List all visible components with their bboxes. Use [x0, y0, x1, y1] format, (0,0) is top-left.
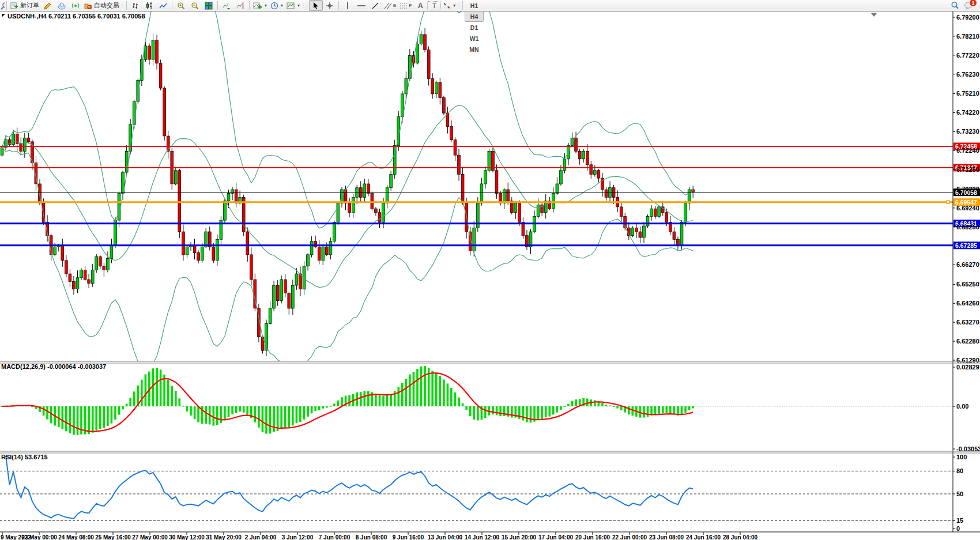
candlestick	[307, 255, 310, 266]
candlestick	[382, 203, 385, 222]
price-tick-label: 6.77220	[956, 52, 979, 59]
price-tick-label: 6.79200	[956, 14, 979, 21]
auto-scroll-button[interactable]	[220, 0, 233, 11]
macd-label: MACD(12,26,9) -0.000064 -0.003037	[1, 363, 106, 370]
candlestick	[329, 241, 332, 255]
candlestick	[88, 280, 91, 284]
candlestick	[299, 274, 302, 289]
rsi-tick-label: 100	[956, 454, 967, 460]
macd-histogram-bar	[228, 406, 230, 417]
vertical-line-button[interactable]	[341, 0, 355, 11]
candlestick	[578, 152, 581, 159]
macd-histogram-bar	[416, 369, 419, 406]
rsi-tick-label: 0	[956, 525, 960, 532]
candlestick	[212, 247, 215, 260]
macd-histogram-bar	[58, 406, 60, 427]
fibonacci-button[interactable]: F	[398, 0, 413, 11]
horizontal-line-button[interactable]	[355, 0, 368, 11]
community-button[interactable]	[55, 0, 69, 11]
channel-sub-glyph: E	[393, 3, 396, 8]
macd-histogram-bar	[575, 399, 577, 406]
candlestick	[680, 222, 683, 246]
chart-shift-marker[interactable]	[871, 13, 877, 17]
indicators-button[interactable]: ▾	[251, 0, 269, 11]
one-click-trading-arrow[interactable]	[2, 14, 5, 17]
macd-histogram-bar	[567, 404, 570, 406]
price-axis[interactable]: 6.792006.782106.772206.762306.752106.742…	[0, 12, 980, 532]
candlestick	[443, 98, 446, 114]
candlestick	[95, 256, 98, 270]
chart-shift-button[interactable]	[233, 0, 247, 11]
candlestick	[646, 217, 649, 226]
periods-button[interactable]: ▾	[269, 0, 285, 11]
candlestick	[276, 285, 279, 301]
candlestick	[250, 255, 252, 280]
text-button[interactable]: A	[413, 0, 427, 11]
candlestick	[186, 247, 189, 255]
macd-histogram-bar	[492, 406, 494, 414]
macd-histogram-bar	[439, 376, 442, 406]
price-tick-label: 6.76230	[956, 71, 979, 78]
crosshair-button[interactable]	[323, 0, 337, 11]
timeframe-button-d1[interactable]: D1	[465, 22, 483, 33]
metaeditor-button[interactable]	[41, 0, 55, 11]
time-tick-label: 24 May 08:00	[58, 534, 94, 540]
macd-histogram-bar	[409, 375, 411, 406]
macd-histogram-bar	[243, 406, 245, 413]
rsi-panel[interactable]	[0, 456, 953, 520]
candlestick	[227, 194, 230, 201]
candlestick-chart-button[interactable]	[142, 0, 156, 11]
candlestick	[325, 247, 328, 255]
macd-histogram-bar	[447, 384, 449, 407]
timeframe-button-h1[interactable]: H1	[465, 0, 483, 11]
tile-windows-button[interactable]	[202, 0, 216, 11]
macd-histogram-bar	[662, 406, 664, 413]
macd-histogram-bar	[69, 406, 71, 433]
timeframe-button-mn[interactable]: MN	[465, 44, 483, 55]
macd-histogram-bar	[50, 406, 52, 423]
timeframe-button-w1[interactable]: W1	[465, 33, 483, 44]
macd-histogram-bar	[220, 406, 223, 423]
candlestick	[178, 171, 181, 232]
bollinger-middle-band	[2, 105, 693, 288]
timeframe-button-h4[interactable]: H4	[465, 11, 483, 22]
macd-histogram-bar	[549, 406, 551, 417]
main-chart-panel[interactable]	[1, 0, 694, 372]
new-order-button[interactable]: 新订单	[9, 0, 41, 11]
macd-histogram-bar	[469, 406, 472, 416]
cursor-button[interactable]	[309, 0, 323, 11]
bollinger-upper-band	[2, 0, 693, 228]
zoom-out-button[interactable]	[188, 0, 202, 11]
equidistant-channel-button[interactable]: E	[382, 0, 398, 11]
macd-histogram-bar	[322, 406, 325, 409]
line-chart-button[interactable]	[156, 0, 170, 11]
macd-panel[interactable]	[0, 366, 953, 435]
time-axis[interactable]: 9 May 202223 May 00:0024 May 08:0025 May…	[0, 532, 980, 540]
candlestick	[273, 285, 276, 308]
candlestick	[639, 232, 642, 237]
trendline-button[interactable]	[368, 0, 382, 11]
signals-button[interactable]	[69, 0, 82, 11]
search-button[interactable]	[948, 0, 962, 11]
time-tick-label: 3 Jun 12:00	[282, 534, 314, 540]
macd-histogram-bar	[254, 406, 257, 422]
arrows-button[interactable]: ▾	[441, 0, 457, 11]
autotrading-label: 自动交易	[94, 1, 119, 10]
text-label-button[interactable]: T	[427, 1, 441, 10]
zoom-in-button[interactable]	[174, 0, 188, 11]
macd-tick-label: 0.02829	[956, 364, 979, 371]
templates-button[interactable]: ▾	[285, 0, 301, 11]
bar-chart-button[interactable]	[129, 0, 142, 11]
macd-histogram-bar	[133, 391, 135, 406]
cut-off-magnifier-icon[interactable]	[0, 2, 5, 10]
candlestick	[435, 82, 438, 94]
pivot-line-handle[interactable]	[947, 201, 949, 203]
candlestick	[110, 245, 113, 258]
autotrading-button[interactable]: 自动交易	[82, 0, 121, 11]
macd-histogram-bar	[405, 379, 408, 406]
macd-histogram-bar	[258, 406, 260, 428]
time-tick-label: 31 May 20:00	[206, 534, 242, 540]
chat-button[interactable]: 1	[962, 0, 975, 11]
macd-histogram-bar	[118, 406, 120, 415]
macd-histogram-bar	[431, 371, 434, 406]
